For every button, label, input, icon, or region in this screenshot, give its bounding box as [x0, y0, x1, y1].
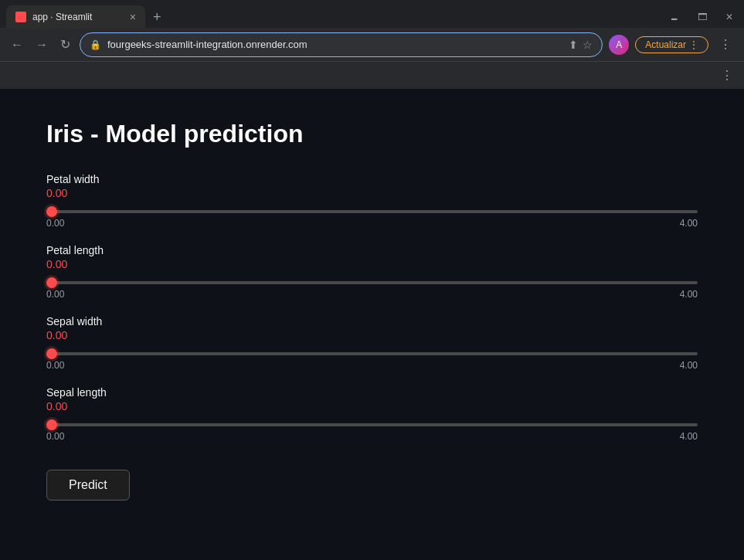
slider-value-3: 0.00 — [46, 400, 698, 412]
predict-button-label: Predict — [69, 478, 107, 491]
avatar-initial: A — [616, 39, 622, 50]
slider-max-3: 4.00 — [680, 431, 698, 442]
slider-input-2[interactable] — [46, 352, 698, 355]
toolbar-row: ⋮ — [0, 62, 744, 89]
slider-input-1[interactable] — [46, 281, 698, 284]
tab-bar: app · Streamlit × + — [6, 5, 166, 29]
slider-min-2: 0.00 — [46, 360, 64, 371]
page-content: Iris - Model prediction Petal width 0.00… — [0, 89, 744, 560]
lock-icon: 🔒 — [90, 39, 101, 50]
slider-group-3: Sepal length 0.00 0.00 4.00 — [46, 386, 698, 442]
slider-value-2: 0.00 — [46, 329, 698, 341]
browser-chrome: app · Streamlit × + 🗕 🗖 ✕ ← → ↻ 🔒 fourge… — [0, 0, 744, 89]
sliders-container: Petal width 0.00 0.00 4.00 Petal length … — [46, 173, 698, 442]
predict-button[interactable]: Predict — [46, 470, 130, 501]
tab-title: app · Streamlit — [32, 12, 124, 22]
profile-avatar[interactable]: A — [609, 35, 629, 55]
url-text: fourgeeks-streamlit-integration.onrender… — [107, 39, 562, 50]
page-title: Iris - Model prediction — [46, 120, 698, 148]
maximize-button[interactable]: 🗖 — [693, 10, 712, 24]
slider-max-1: 4.00 — [680, 289, 698, 300]
slider-label-0: Petal width — [46, 173, 698, 185]
slider-value-0: 0.00 — [46, 187, 698, 199]
slider-group-1: Petal length 0.00 0.00 4.00 — [46, 244, 698, 300]
tab-close-icon[interactable]: × — [130, 11, 136, 23]
slider-min-3: 0.00 — [46, 431, 64, 442]
slider-range-0: 0.00 4.00 — [46, 218, 698, 229]
minimize-button[interactable]: 🗕 — [665, 10, 684, 24]
actualizar-label: Actualizar — [645, 39, 686, 50]
slider-range-2: 0.00 4.00 — [46, 360, 698, 371]
slider-label-2: Sepal width — [46, 315, 698, 328]
slider-group-2: Sepal width 0.00 0.00 4.00 — [46, 315, 698, 371]
slider-input-3[interactable] — [46, 423, 698, 426]
address-bar-icons: ⬆ ☆ — [569, 39, 593, 51]
back-button[interactable]: ← — [8, 35, 26, 55]
browser-menu-button[interactable]: ⋮ — [715, 34, 736, 55]
share-icon[interactable]: ⬆ — [569, 39, 578, 51]
close-window-button[interactable]: ✕ — [721, 10, 738, 24]
page-menu-dots[interactable]: ⋮ — [716, 65, 738, 86]
actualizar-button[interactable]: Actualizar ⋮ — [635, 36, 708, 53]
refresh-button[interactable]: ↻ — [57, 34, 73, 55]
slider-range-1: 0.00 4.00 — [46, 289, 698, 300]
active-tab[interactable]: app · Streamlit × — [6, 5, 145, 29]
slider-min-1: 0.00 — [46, 289, 64, 300]
slider-input-0[interactable] — [46, 210, 698, 213]
forward-button[interactable]: → — [32, 35, 51, 55]
bookmark-icon[interactable]: ☆ — [583, 39, 593, 51]
slider-label-1: Petal length — [46, 244, 698, 256]
tab-favicon — [15, 12, 26, 22]
title-bar: app · Streamlit × + 🗕 🗖 ✕ — [0, 0, 744, 28]
slider-min-0: 0.00 — [46, 218, 64, 229]
slider-max-0: 4.00 — [680, 218, 698, 229]
window-controls: 🗕 🗖 ✕ — [665, 10, 738, 24]
slider-value-1: 0.00 — [46, 258, 698, 270]
slider-group-0: Petal width 0.00 0.00 4.00 — [46, 173, 698, 229]
slider-max-2: 4.00 — [680, 360, 698, 371]
slider-range-3: 0.00 4.00 — [46, 431, 698, 442]
address-bar-row: ← → ↻ 🔒 fourgeeks-streamlit-integration.… — [0, 28, 744, 62]
new-tab-button[interactable]: + — [148, 8, 166, 27]
address-bar[interactable]: 🔒 fourgeeks-streamlit-integration.onrend… — [80, 32, 603, 57]
slider-label-3: Sepal length — [46, 386, 698, 399]
actualizar-dropdown-icon: ⋮ — [689, 39, 698, 50]
